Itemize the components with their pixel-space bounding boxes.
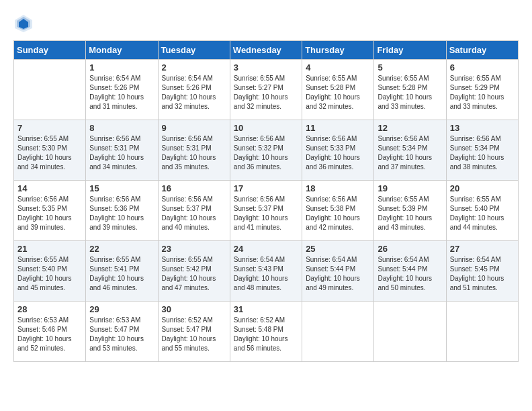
day-number: 14 (17, 183, 82, 193)
day-info: Sunrise: 6:56 AMSunset: 5:34 PMDaylight:… (450, 134, 515, 172)
day-cell: 10Sunrise: 6:56 AMSunset: 5:32 PMDayligh… (230, 120, 302, 181)
day-cell: 9Sunrise: 6:56 AMSunset: 5:31 PMDaylight… (158, 120, 230, 181)
day-cell: 20Sunrise: 6:55 AMSunset: 5:40 PMDayligh… (446, 181, 518, 241)
day-cell: 8Sunrise: 6:56 AMSunset: 5:31 PMDaylight… (86, 120, 158, 181)
day-cell: 11Sunrise: 6:56 AMSunset: 5:33 PMDayligh… (302, 120, 374, 181)
day-number: 22 (89, 244, 154, 254)
day-info: Sunrise: 6:53 AMSunset: 5:46 PMDaylight:… (17, 316, 82, 353)
day-info: Sunrise: 6:55 AMSunset: 5:39 PMDaylight:… (378, 195, 442, 232)
day-info: Sunrise: 6:55 AMSunset: 5:42 PMDaylight:… (162, 255, 226, 293)
weekday-header-tuesday: Tuesday (158, 41, 230, 60)
day-info: Sunrise: 6:55 AMSunset: 5:28 PMDaylight:… (378, 74, 442, 111)
calendar-table: SundayMondayTuesdayWednesdayThursdayFrid… (13, 40, 519, 362)
logo-icon (13, 13, 34, 34)
day-cell: 4Sunrise: 6:55 AMSunset: 5:28 PMDaylight… (302, 60, 374, 120)
day-number: 29 (89, 304, 154, 314)
day-number: 21 (17, 244, 82, 254)
day-number: 16 (162, 183, 226, 193)
day-number: 24 (234, 244, 298, 254)
day-number: 2 (162, 62, 226, 73)
day-info: Sunrise: 6:56 AMSunset: 5:31 PMDaylight:… (162, 134, 226, 172)
day-cell: 15Sunrise: 6:56 AMSunset: 5:36 PMDayligh… (86, 181, 158, 241)
day-number: 3 (234, 62, 298, 73)
day-number: 18 (306, 183, 370, 193)
day-number: 7 (17, 123, 82, 133)
day-number: 20 (450, 183, 515, 193)
day-info: Sunrise: 6:56 AMSunset: 5:32 PMDaylight:… (234, 134, 298, 172)
day-cell: 27Sunrise: 6:54 AMSunset: 5:45 PMDayligh… (446, 241, 518, 302)
day-number: 12 (378, 123, 442, 133)
page-header (13, 13, 519, 34)
day-number: 19 (378, 183, 442, 193)
day-cell (374, 302, 446, 362)
day-cell: 23Sunrise: 6:55 AMSunset: 5:42 PMDayligh… (158, 241, 230, 302)
week-row-4: 21Sunrise: 6:55 AMSunset: 5:40 PMDayligh… (14, 241, 519, 302)
day-cell: 21Sunrise: 6:55 AMSunset: 5:40 PMDayligh… (14, 241, 86, 302)
weekday-header-sunday: Sunday (14, 41, 86, 60)
day-cell: 25Sunrise: 6:54 AMSunset: 5:44 PMDayligh… (302, 241, 374, 302)
day-cell: 19Sunrise: 6:55 AMSunset: 5:39 PMDayligh… (374, 181, 446, 241)
day-number: 26 (378, 244, 442, 254)
day-number: 9 (162, 123, 226, 133)
day-number: 5 (378, 62, 442, 73)
day-info: Sunrise: 6:56 AMSunset: 5:34 PMDaylight:… (378, 134, 442, 172)
day-info: Sunrise: 6:54 AMSunset: 5:26 PMDaylight:… (162, 74, 226, 111)
day-info: Sunrise: 6:55 AMSunset: 5:41 PMDaylight:… (89, 255, 154, 293)
day-info: Sunrise: 6:54 AMSunset: 5:45 PMDaylight:… (450, 255, 515, 293)
day-cell (446, 302, 518, 362)
day-cell: 24Sunrise: 6:54 AMSunset: 5:43 PMDayligh… (230, 241, 302, 302)
day-cell: 6Sunrise: 6:55 AMSunset: 5:29 PMDaylight… (446, 60, 518, 120)
week-row-3: 14Sunrise: 6:56 AMSunset: 5:35 PMDayligh… (14, 181, 519, 241)
day-number: 31 (234, 304, 298, 314)
day-info: Sunrise: 6:55 AMSunset: 5:40 PMDaylight:… (450, 195, 515, 232)
weekday-header-wednesday: Wednesday (230, 41, 302, 60)
day-cell: 31Sunrise: 6:52 AMSunset: 5:48 PMDayligh… (230, 302, 302, 362)
day-number: 23 (162, 244, 226, 254)
weekday-header-row: SundayMondayTuesdayWednesdayThursdayFrid… (14, 41, 519, 60)
day-number: 28 (17, 304, 82, 314)
day-cell: 26Sunrise: 6:54 AMSunset: 5:44 PMDayligh… (374, 241, 446, 302)
day-info: Sunrise: 6:54 AMSunset: 5:44 PMDaylight:… (378, 255, 442, 293)
day-number: 11 (306, 123, 370, 133)
day-number: 27 (450, 244, 515, 254)
day-cell: 3Sunrise: 6:55 AMSunset: 5:27 PMDaylight… (230, 60, 302, 120)
day-cell: 12Sunrise: 6:56 AMSunset: 5:34 PMDayligh… (374, 120, 446, 181)
weekday-header-saturday: Saturday (446, 41, 518, 60)
day-number: 4 (306, 62, 370, 73)
day-info: Sunrise: 6:56 AMSunset: 5:33 PMDaylight:… (306, 134, 370, 172)
day-cell (302, 302, 374, 362)
day-number: 30 (162, 304, 226, 314)
week-row-2: 7Sunrise: 6:55 AMSunset: 5:30 PMDaylight… (14, 120, 519, 181)
day-number: 17 (234, 183, 298, 193)
day-info: Sunrise: 6:53 AMSunset: 5:47 PMDaylight:… (89, 316, 154, 353)
day-number: 6 (450, 62, 515, 73)
day-number: 1 (89, 62, 154, 73)
day-cell: 30Sunrise: 6:52 AMSunset: 5:47 PMDayligh… (158, 302, 230, 362)
day-info: Sunrise: 6:55 AMSunset: 5:40 PMDaylight:… (17, 255, 82, 293)
day-info: Sunrise: 6:56 AMSunset: 5:37 PMDaylight:… (234, 195, 298, 232)
day-cell: 13Sunrise: 6:56 AMSunset: 5:34 PMDayligh… (446, 120, 518, 181)
day-number: 25 (306, 244, 370, 254)
day-info: Sunrise: 6:55 AMSunset: 5:27 PMDaylight:… (234, 74, 298, 111)
day-cell: 29Sunrise: 6:53 AMSunset: 5:47 PMDayligh… (86, 302, 158, 362)
day-info: Sunrise: 6:52 AMSunset: 5:48 PMDaylight:… (234, 316, 298, 353)
week-row-5: 28Sunrise: 6:53 AMSunset: 5:46 PMDayligh… (14, 302, 519, 362)
day-info: Sunrise: 6:55 AMSunset: 5:30 PMDaylight:… (17, 134, 82, 172)
week-row-1: 1Sunrise: 6:54 AMSunset: 5:26 PMDaylight… (14, 60, 519, 120)
day-cell: 22Sunrise: 6:55 AMSunset: 5:41 PMDayligh… (86, 241, 158, 302)
day-info: Sunrise: 6:56 AMSunset: 5:38 PMDaylight:… (306, 195, 370, 232)
day-number: 13 (450, 123, 515, 133)
logo (13, 13, 36, 34)
day-number: 10 (234, 123, 298, 133)
weekday-header-thursday: Thursday (302, 41, 374, 60)
day-cell: 16Sunrise: 6:56 AMSunset: 5:37 PMDayligh… (158, 181, 230, 241)
weekday-header-monday: Monday (86, 41, 158, 60)
weekday-header-friday: Friday (374, 41, 446, 60)
day-info: Sunrise: 6:55 AMSunset: 5:28 PMDaylight:… (306, 74, 370, 111)
day-cell: 18Sunrise: 6:56 AMSunset: 5:38 PMDayligh… (302, 181, 374, 241)
day-info: Sunrise: 6:56 AMSunset: 5:36 PMDaylight:… (89, 195, 154, 232)
day-info: Sunrise: 6:54 AMSunset: 5:43 PMDaylight:… (234, 255, 298, 293)
day-number: 15 (89, 183, 154, 193)
day-cell: 5Sunrise: 6:55 AMSunset: 5:28 PMDaylight… (374, 60, 446, 120)
day-info: Sunrise: 6:56 AMSunset: 5:31 PMDaylight:… (89, 134, 154, 172)
